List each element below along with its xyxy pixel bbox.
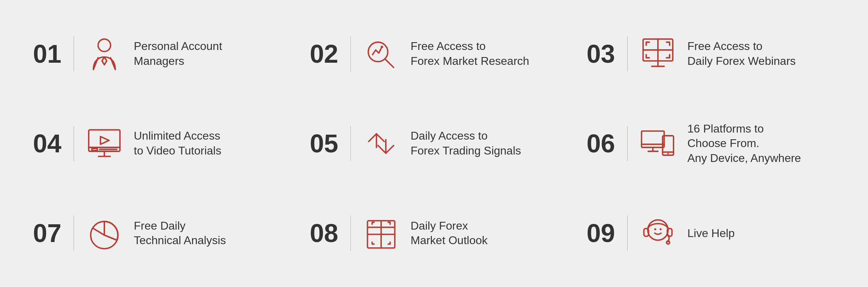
devices-icon — [638, 124, 677, 163]
svg-point-22 — [667, 153, 669, 154]
person-icon — [85, 34, 124, 73]
item-label-5: Daily Access toForex Trading Signals — [411, 129, 521, 158]
svg-rect-12 — [92, 148, 97, 151]
item-number-1: 01 — [33, 41, 65, 67]
item-label-3: Free Access toDaily Forex Webinars — [687, 39, 796, 68]
research-icon — [362, 34, 401, 73]
feature-item-4: 04 Unlimited Accessto Video Tutorials — [19, 99, 296, 188]
feature-item-9: 09 Live Help — [572, 188, 849, 278]
divider-7 — [73, 215, 74, 251]
divider-2 — [350, 36, 351, 72]
headset-icon — [638, 214, 677, 253]
divider-5 — [350, 126, 351, 161]
feature-item-3: 03 Free Access toDaily Forex Webinars — [572, 9, 849, 99]
svg-marker-10 — [100, 136, 109, 144]
svg-point-36 — [660, 229, 662, 231]
svg-line-26 — [93, 229, 104, 235]
signals-icon — [362, 124, 401, 163]
item-label-4: Unlimited Accessto Video Tutorials — [134, 129, 221, 158]
item-number-3: 03 — [587, 41, 619, 67]
item-number-7: 07 — [33, 220, 65, 246]
item-number-5: 05 — [310, 131, 342, 156]
divider-3 — [627, 36, 628, 72]
item-label-2: Free Access toForex Market Research — [411, 39, 529, 68]
divider-6 — [627, 126, 628, 161]
svg-line-2 — [385, 59, 394, 67]
item-number-9: 09 — [587, 220, 619, 246]
features-grid: 01 Personal AccountManagers 02 — [19, 9, 849, 278]
chart-icon — [85, 214, 124, 253]
item-label-7: Free DailyTechnical Analysis — [134, 219, 226, 248]
item-number-4: 04 — [33, 131, 65, 156]
feature-item-5: 05 Daily Access toForex Trading Signals — [296, 99, 572, 188]
item-label-9: Live Help — [687, 226, 735, 241]
divider-4 — [73, 126, 74, 161]
feature-item-1: 01 Personal AccountManagers — [19, 9, 296, 99]
feature-item-8: 08 Daily ForexMarket Outlook — [296, 188, 572, 278]
divider-8 — [350, 215, 351, 251]
divider-9 — [627, 215, 628, 251]
item-number-2: 02 — [310, 41, 342, 67]
item-number-6: 06 — [587, 131, 619, 156]
feature-item-7: 07 Free DailyTechnical Analysis — [19, 188, 296, 278]
video-icon — [85, 124, 124, 163]
item-label-6: 16 Platforms toChoose From.Any Device, A… — [687, 122, 801, 166]
item-label-1: Personal AccountManagers — [134, 39, 222, 68]
feature-item-6: 06 16 Platforms toChoose From.Any Device… — [572, 99, 849, 188]
svg-point-0 — [98, 39, 110, 51]
calendar-icon — [362, 214, 401, 253]
feature-item-2: 02 Free Access toForex Market Research — [296, 9, 572, 99]
monitor-icon — [638, 34, 677, 73]
svg-point-3 — [381, 46, 383, 48]
divider-1 — [73, 36, 74, 72]
item-number-8: 08 — [310, 220, 342, 246]
svg-point-34 — [666, 241, 670, 244]
item-label-8: Daily ForexMarket Outlook — [411, 219, 488, 248]
svg-point-35 — [654, 229, 657, 231]
